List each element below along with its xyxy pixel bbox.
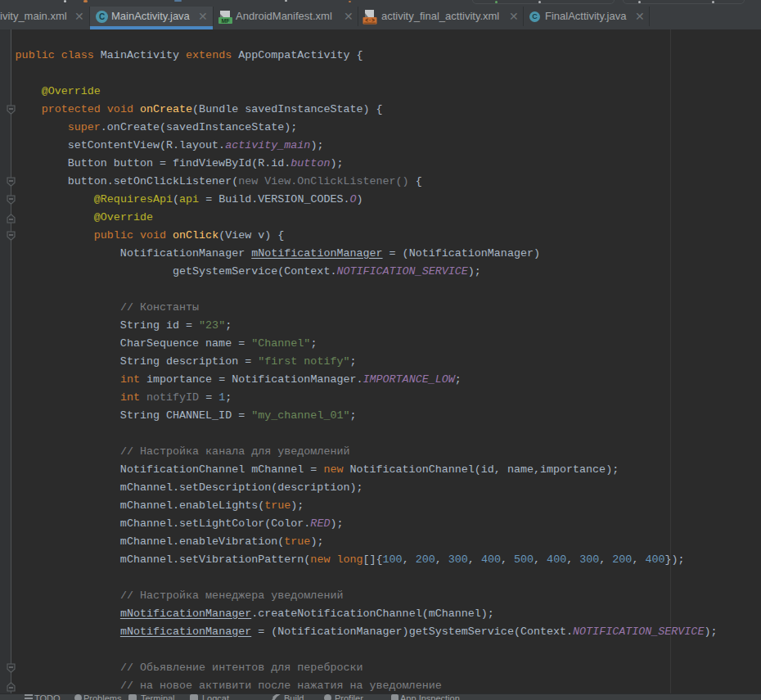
svg-text:MF: MF xyxy=(221,18,230,24)
svg-text:<·>: <·> xyxy=(365,18,375,24)
